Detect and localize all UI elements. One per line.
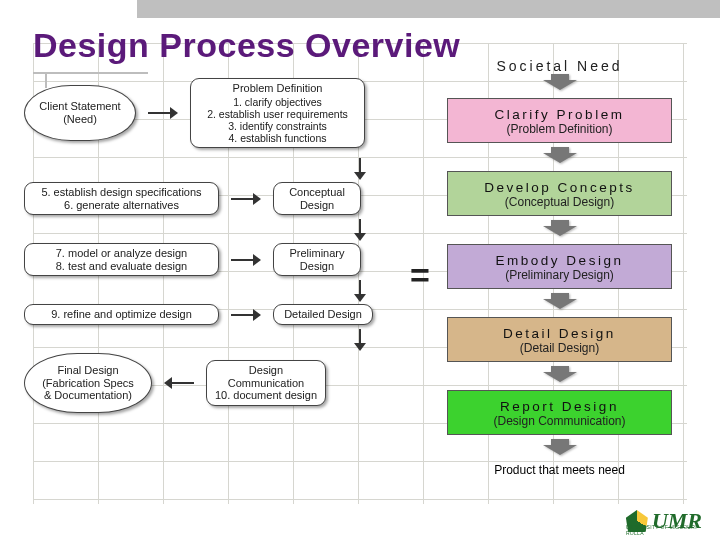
stage-title: Clarify Problem bbox=[452, 107, 667, 122]
arrow-down-icon bbox=[354, 158, 366, 180]
refine-optimize-text: 9. refine and optimize design bbox=[51, 308, 192, 321]
probdef-header: Problem Definition bbox=[233, 82, 323, 95]
societal-need-label: Societal Need bbox=[447, 58, 672, 74]
equals-sign: = bbox=[410, 256, 430, 295]
svg-marker-5 bbox=[543, 439, 577, 455]
arrow-down-icon bbox=[354, 280, 366, 302]
specs-alternatives-box: 5. establish design specifications 6. ge… bbox=[24, 182, 219, 215]
svg-marker-1 bbox=[543, 147, 577, 163]
big-arrow-down-icon bbox=[543, 293, 577, 309]
conceptual-design-text: Conceptual Design bbox=[289, 186, 345, 211]
stage-subtitle: (Design Communication) bbox=[452, 414, 667, 428]
page-title: Design Process Overview bbox=[33, 26, 460, 65]
model-evaluate-box: 7. model or analyze design 8. test and e… bbox=[24, 243, 219, 276]
big-arrow-down-icon bbox=[543, 220, 577, 236]
client-statement-oval: Client Statement (Need) bbox=[24, 85, 136, 141]
stage-box: Develop Concepts(Conceptual Design) bbox=[447, 171, 672, 216]
detailed-design-text: Detailed Design bbox=[284, 308, 362, 321]
stage-box: Embody Design(Preliminary Design) bbox=[447, 244, 672, 289]
stage-title: Embody Design bbox=[452, 253, 667, 268]
product-label: Product that meets need bbox=[447, 463, 672, 477]
final-design-oval: Final Design (Fabrication Specs & Docume… bbox=[24, 353, 152, 413]
stage-subtitle: (Preliminary Design) bbox=[452, 268, 667, 282]
probdef-item: 1. clarify objectives bbox=[233, 96, 322, 108]
specs-alternatives-text: 5. establish design specifications 6. ge… bbox=[41, 186, 201, 211]
problem-definition-box: Problem Definition 1. clarify objectives… bbox=[190, 78, 365, 148]
refine-optimize-box: 9. refine and optimize design bbox=[24, 304, 219, 325]
design-communication-box: Design Communication 10. document design bbox=[206, 360, 326, 406]
header-bar bbox=[137, 0, 720, 18]
big-arrow-down-icon bbox=[543, 147, 577, 163]
arrow-icon bbox=[231, 309, 261, 321]
stage-title: Detail Design bbox=[452, 326, 667, 341]
stage-title: Develop Concepts bbox=[452, 180, 667, 195]
umr-logo: UMR UNIVERSITY OF MISSOURI-ROLLA bbox=[626, 508, 702, 534]
stage-title: Report Design bbox=[452, 399, 667, 414]
arrow-down-icon bbox=[354, 329, 366, 351]
stage-subtitle: (Problem Definition) bbox=[452, 122, 667, 136]
probdef-item: 4. establish functions bbox=[228, 132, 326, 144]
probdef-item: 2. establish user requirements bbox=[207, 108, 348, 120]
detailed-design-box: Detailed Design bbox=[273, 304, 373, 325]
stage-box: Clarify Problem(Problem Definition) bbox=[447, 98, 672, 143]
stage-stack-right: Societal Need Clarify Problem(Problem De… bbox=[447, 58, 672, 477]
probdef-item: 3. identify constraints bbox=[228, 120, 327, 132]
svg-marker-0 bbox=[543, 74, 577, 90]
big-arrow-down-icon bbox=[543, 366, 577, 382]
stage-box: Report Design(Design Communication) bbox=[447, 390, 672, 435]
conceptual-design-box: Conceptual Design bbox=[273, 182, 361, 215]
big-arrow-down-icon bbox=[543, 439, 577, 455]
flowchart-left: Client Statement (Need) Problem Definiti… bbox=[24, 78, 407, 425]
arrow-left-icon bbox=[164, 377, 194, 389]
arrow-icon bbox=[231, 254, 261, 266]
arrow-down-icon bbox=[354, 219, 366, 241]
stage-subtitle: (Detail Design) bbox=[452, 341, 667, 355]
svg-marker-4 bbox=[543, 366, 577, 382]
umr-logo-subtext: UNIVERSITY OF MISSOURI-ROLLA bbox=[626, 524, 700, 536]
stage-box: Detail Design(Detail Design) bbox=[447, 317, 672, 362]
svg-marker-2 bbox=[543, 220, 577, 236]
client-statement-text: Client Statement (Need) bbox=[39, 100, 120, 125]
model-evaluate-text: 7. model or analyze design 8. test and e… bbox=[56, 247, 187, 272]
design-communication-text: Design Communication 10. document design bbox=[215, 364, 317, 402]
svg-marker-3 bbox=[543, 293, 577, 309]
final-design-text: Final Design (Fabrication Specs & Docume… bbox=[42, 364, 134, 402]
big-arrow-down-icon bbox=[543, 74, 577, 90]
preliminary-design-box: Preliminary Design bbox=[273, 243, 361, 276]
stage-subtitle: (Conceptual Design) bbox=[452, 195, 667, 209]
arrow-icon bbox=[231, 193, 261, 205]
preliminary-design-text: Preliminary Design bbox=[289, 247, 344, 272]
arrow-icon bbox=[148, 107, 178, 119]
